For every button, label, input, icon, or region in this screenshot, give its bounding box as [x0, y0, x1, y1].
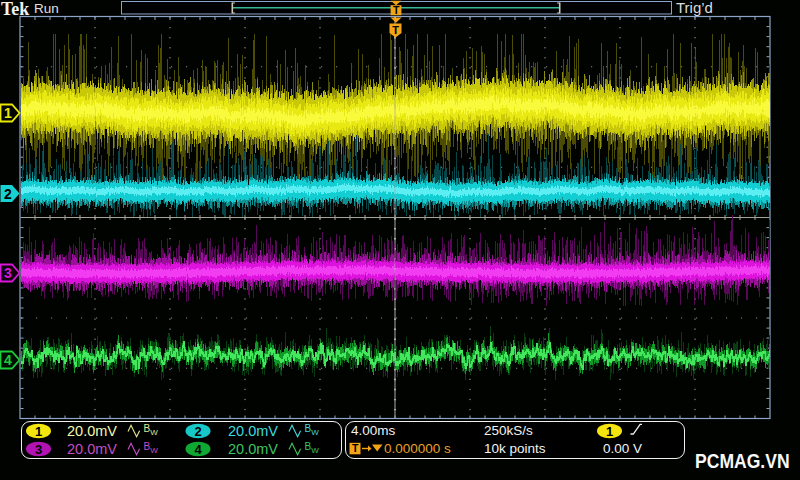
svg-text:1: 1 [606, 424, 613, 439]
svg-text:T: T [352, 442, 359, 454]
